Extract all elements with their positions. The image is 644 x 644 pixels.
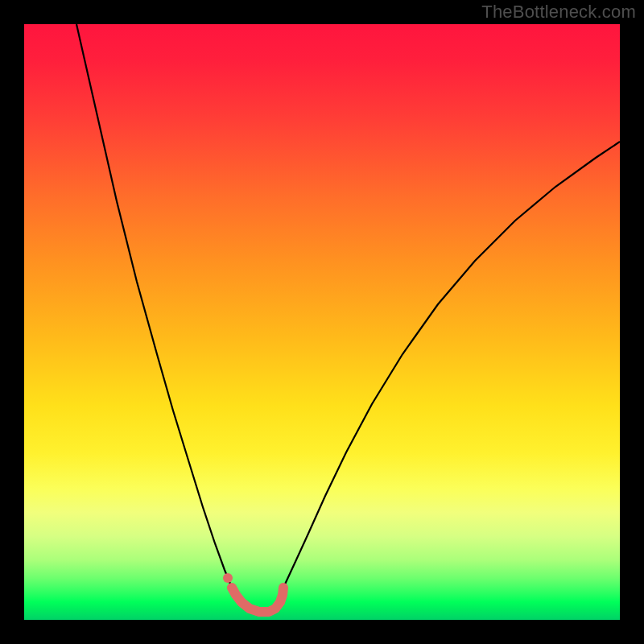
curve-valley-highlight — [232, 588, 283, 612]
valley-entry-dot — [223, 573, 233, 583]
curve-layer — [24, 24, 620, 620]
plot-area — [24, 24, 620, 620]
chart-stage: TheBottleneck.com — [0, 0, 644, 644]
curve-right-branch — [283, 142, 620, 588]
watermark-text: TheBottleneck.com — [481, 2, 636, 23]
curve-left-branch — [76, 24, 232, 588]
